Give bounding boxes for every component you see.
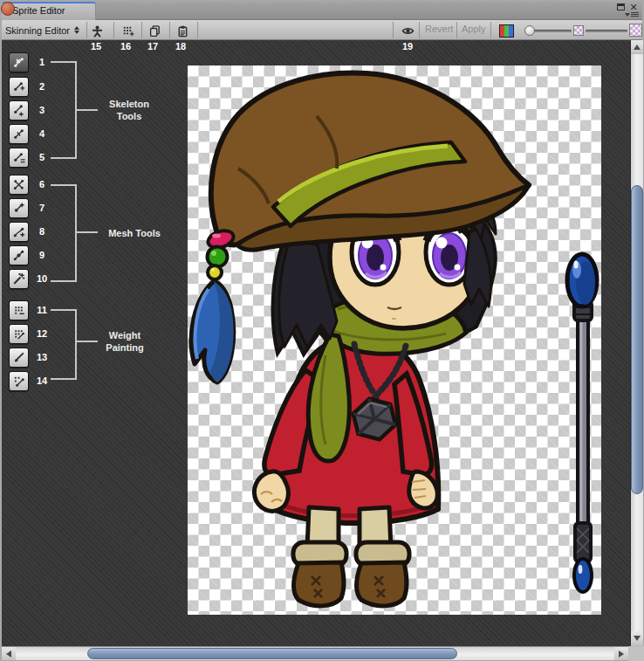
mode-dropdown[interactable]: Skinning Editor: [5, 24, 79, 37]
bracket-mesh-tools: [51, 184, 77, 186]
toolbar-separator: [393, 22, 394, 38]
character-sprite: [188, 65, 601, 615]
callout-15: 15: [86, 41, 106, 52]
tool-callout-4: 4: [31, 128, 52, 139]
tool-callout-14: 14: [31, 375, 52, 386]
bracket-weight-painting: [51, 378, 77, 380]
split-bone-icon: [12, 127, 25, 141]
tool-callout-1: 1: [31, 57, 52, 67]
horizontal-scrollbar-thumb[interactable]: [87, 648, 457, 659]
tool-split-bone[interactable]: [9, 124, 29, 144]
group-label-weight-painting: Weight Painting: [96, 329, 154, 354]
group-label-mesh-tools: Mesh Tools: [99, 227, 169, 239]
tool-edit-geometry[interactable]: [9, 175, 29, 195]
bone-influence-icon: [12, 375, 25, 388]
arrow-left-icon: [6, 651, 11, 658]
apply-button[interactable]: Apply: [462, 24, 486, 34]
tool-create-vertex[interactable]: [9, 198, 29, 218]
tool-bone-influence[interactable]: [9, 371, 29, 391]
unsaved-indicator-icon: [1, 2, 15, 16]
vertical-scrollbar-thumb[interactable]: [631, 185, 643, 494]
toolbar-separator: [456, 22, 457, 38]
tool-callout-10: 10: [31, 273, 52, 284]
scroll-up-button[interactable]: [631, 40, 643, 53]
dropdown-arrows-icon: [74, 26, 79, 34]
scroll-right-button[interactable]: [614, 647, 628, 660]
witch-sprite: [191, 73, 529, 606]
tool-edit-joints[interactable]: [9, 77, 29, 97]
tool-weight-brush[interactable]: [9, 348, 29, 368]
reset-pose-icon: [91, 24, 104, 38]
visibility-button[interactable]: [398, 22, 417, 39]
auto-weights-icon: [12, 304, 25, 317]
tool-callout-8: 8: [31, 226, 52, 237]
tool-create-edge[interactable]: [9, 222, 29, 242]
tab-title: Sprite Editor: [12, 5, 65, 16]
tool-callout-5: 5: [31, 152, 52, 162]
toolbar-separator: [197, 22, 198, 38]
tool-auto-weights[interactable]: [9, 300, 29, 320]
tool-auto-geometry[interactable]: [9, 269, 29, 289]
tool-split-edge[interactable]: [9, 245, 29, 265]
window-menu-icon[interactable]: [625, 12, 639, 17]
mode-dropdown-value: Skinning Editor: [5, 25, 70, 36]
weight-brush-icon: [12, 351, 25, 364]
titlebar: [2, 2, 642, 20]
bracket-mesh-tools: [51, 280, 77, 282]
arrow-down-icon: [634, 636, 641, 641]
create-vertex-icon: [12, 202, 25, 215]
reparent-bone-icon: [12, 151, 25, 164]
split-edge-icon: [12, 249, 25, 262]
callout-18: 18: [171, 41, 190, 52]
tool-callout-9: 9: [31, 250, 52, 260]
zoom-slider-knob[interactable]: [524, 25, 535, 36]
zoom-slider[interactable]: [531, 30, 572, 32]
scroll-down-button[interactable]: [631, 631, 643, 645]
arrow-up-icon: [634, 45, 641, 50]
scroll-left-button[interactable]: [2, 647, 16, 660]
visibility-eye-icon: [401, 24, 414, 38]
tool-callout-13: 13: [31, 352, 52, 362]
bracket-mesh-tools: [77, 231, 98, 233]
bracket-skeleton-tools: [51, 157, 77, 159]
toolbar-separator: [141, 22, 142, 38]
reset-pose-button[interactable]: [87, 22, 106, 39]
copy-button[interactable]: [145, 22, 164, 39]
toggle-sprite-sheet-button[interactable]: [118, 22, 137, 39]
paste-button[interactable]: [173, 22, 192, 39]
arrow-right-icon: [619, 651, 624, 658]
weight-slider-icon: [12, 327, 25, 341]
bracket-weight-painting: [75, 309, 77, 380]
toolbar-separator: [419, 22, 420, 38]
callout-19: 19: [398, 41, 417, 52]
tool-reparent-bone[interactable]: [9, 148, 29, 168]
color-channels-button[interactable]: [499, 24, 514, 38]
tool-preview-pose[interactable]: [9, 52, 29, 72]
paste-icon: [176, 24, 189, 38]
callout-17: 17: [143, 41, 162, 52]
tab-sprite-editor[interactable]: Sprite Editor: [2, 2, 96, 20]
maximize-icon[interactable]: [617, 3, 625, 10]
tool-weight-slider[interactable]: [9, 324, 29, 344]
mip-high-icon: [629, 24, 642, 37]
toolbar-separator: [169, 22, 170, 38]
revert-button[interactable]: Revert: [425, 24, 453, 34]
mip-slider[interactable]: [586, 30, 627, 32]
group-label-skeleton-tools: Skeleton Tools: [98, 98, 161, 122]
tool-callout-3: 3: [31, 105, 52, 115]
bracket-weight-painting: [77, 341, 98, 342]
sprite-editor-window: { "window": { "tab_title": "Sprite Edito…: [0, 0, 644, 661]
sprite-canvas[interactable]: [188, 65, 601, 615]
mip-low-icon: [573, 25, 584, 36]
tool-create-bone[interactable]: [9, 100, 29, 120]
auto-geometry-icon: [12, 272, 25, 286]
close-icon[interactable]: ✕: [628, 2, 639, 12]
bracket-skeleton-tools: [77, 109, 98, 111]
tool-callout-12: 12: [31, 328, 52, 339]
bracket-skeleton-tools: [51, 61, 77, 63]
copy-icon: [148, 24, 161, 38]
staff-sprite: [567, 254, 597, 592]
tool-callout-2: 2: [31, 81, 52, 92]
tool-callout-6: 6: [31, 179, 52, 189]
edit-geometry-icon: [12, 178, 25, 191]
